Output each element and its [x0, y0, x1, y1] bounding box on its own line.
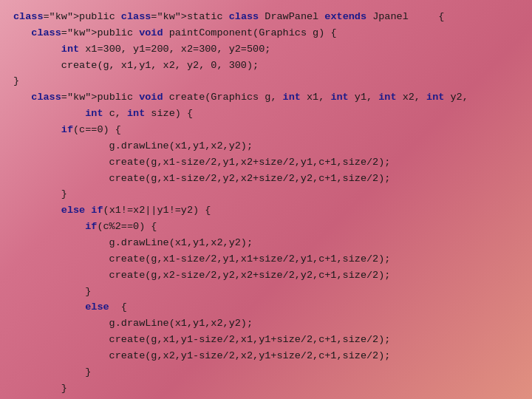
code-container: class="kw">public class="kw">static clas… — [0, 0, 532, 399]
code-block: class="kw">public class="kw">static clas… — [13, 9, 519, 399]
